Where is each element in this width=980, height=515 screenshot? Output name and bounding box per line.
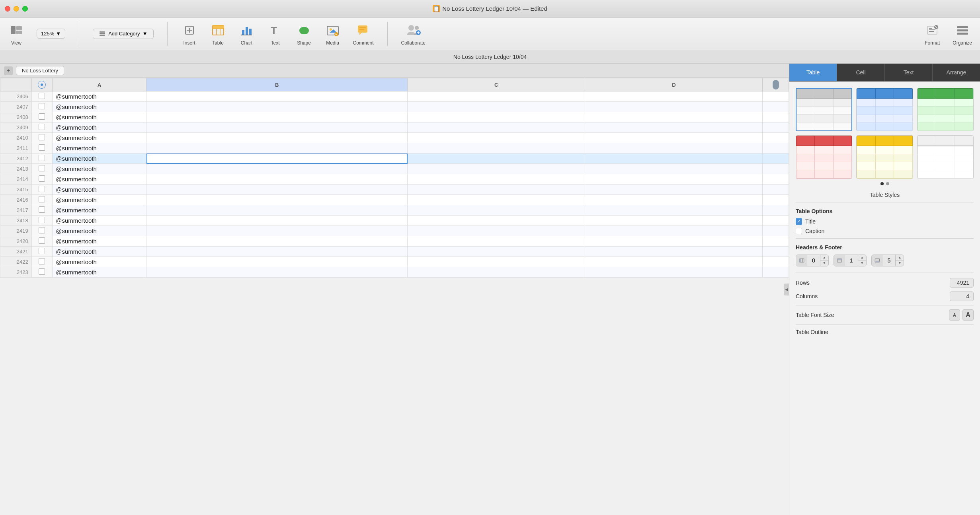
row-checkbox[interactable] [39,196,45,202]
cell-b[interactable] [146,133,408,143]
cell-d[interactable] [585,185,763,195]
cell-d[interactable] [585,226,763,236]
cell-b[interactable] [146,164,408,174]
row-checkbox[interactable] [39,103,45,109]
cell-a[interactable]: @summertooth [53,154,146,164]
cell-c[interactable] [408,267,585,278]
cell-b[interactable] [146,226,408,236]
cell-c[interactable] [408,226,585,236]
cell-c[interactable] [408,133,585,143]
collaborate-button[interactable]: Collaborate [401,22,426,46]
cell-b[interactable] [146,205,408,216]
cell-c[interactable] [408,91,585,102]
cell-b[interactable] [146,112,408,122]
text-toolbar-button[interactable]: T Text [267,22,284,46]
row-checkbox[interactable] [39,268,45,275]
cell-d[interactable] [585,195,763,205]
cell-a[interactable]: @summertooth [53,247,146,257]
view-button[interactable]: View [8,22,25,46]
cell-c[interactable] [408,112,585,122]
cell-a[interactable]: @summertooth [53,205,146,216]
row-checkbox[interactable] [39,186,45,192]
cell-d[interactable] [585,205,763,216]
close-button[interactable] [5,6,10,12]
organize-button[interactable]: Organize [953,22,972,46]
header-cols-down[interactable]: ▼ [820,260,828,266]
media-toolbar-button[interactable]: Media [324,22,341,46]
row-checkbox[interactable] [39,227,45,233]
header-rows-up[interactable]: ▲ [858,255,866,260]
header-cols-up[interactable]: ▲ [820,255,828,260]
row-checkbox[interactable] [39,113,45,120]
cell-a[interactable]: @summertooth [53,267,146,278]
row-checkbox[interactable] [39,165,45,171]
cell-c[interactable] [408,205,585,216]
footer-rows-up[interactable]: ▲ [896,255,904,260]
row-checkbox[interactable] [39,124,45,130]
table-style-3[interactable] [917,88,974,131]
cell-d[interactable] [585,174,763,185]
header-cols-stepper[interactable]: 0 ▲ ▼ [796,255,829,266]
style-dot-1[interactable] [880,182,884,185]
cell-b[interactable] [146,122,408,133]
row-checkbox[interactable] [39,217,45,223]
cell-a[interactable]: @summertooth [53,236,146,247]
cell-c[interactable] [408,236,585,247]
header-rows-stepper[interactable]: 1 ▲ ▼ [834,255,867,266]
table-toolbar-button[interactable]: Table [210,22,226,46]
cell-c[interactable] [408,216,585,226]
row-checkbox[interactable] [39,155,45,161]
tab-arrange[interactable]: Arrange [933,64,980,81]
cell-d[interactable] [585,143,763,154]
row-checkbox[interactable] [39,248,45,254]
table-style-5[interactable] [856,135,913,179]
cell-d[interactable] [585,164,763,174]
cell-c[interactable] [408,257,585,267]
cell-c[interactable] [408,185,585,195]
zoom-control[interactable]: 125% ▼ [37,29,65,39]
comment-toolbar-button[interactable]: Comment [353,22,374,46]
cell-c[interactable] [408,154,585,164]
row-checkbox[interactable] [39,175,45,182]
cell-a[interactable]: @summertooth [53,122,146,133]
cell-d[interactable] [585,154,763,164]
cell-b[interactable] [146,185,408,195]
shape-toolbar-button[interactable]: Shape [296,22,312,46]
cell-d[interactable] [585,267,763,278]
cell-b[interactable] [146,257,408,267]
tab-cell[interactable]: Cell [837,64,885,81]
header-cols-arrows[interactable]: ▲ ▼ [820,255,828,266]
cell-b[interactable] [146,91,408,102]
cell-c[interactable] [408,143,585,154]
cell-d[interactable] [585,236,763,247]
caption-checkbox[interactable] [796,228,802,234]
cell-c[interactable] [408,122,585,133]
cell-d[interactable] [585,133,763,143]
cell-d[interactable] [585,247,763,257]
cell-c[interactable] [408,195,585,205]
table-style-4[interactable] [796,135,852,179]
row-checkbox[interactable] [39,144,45,151]
cell-c[interactable] [408,174,585,185]
cell-b[interactable] [146,154,408,164]
cell-d[interactable] [585,216,763,226]
cell-b[interactable] [146,247,408,257]
cell-b[interactable] [146,102,408,112]
cell-d[interactable] [585,102,763,112]
cell-a[interactable]: @summertooth [53,112,146,122]
header-rows-arrows[interactable]: ▲ ▼ [858,255,866,266]
cell-d[interactable] [585,257,763,267]
cell-b[interactable] [146,216,408,226]
cell-a[interactable]: @summertooth [53,195,146,205]
cell-b[interactable] [146,195,408,205]
table-style-6[interactable] [917,135,974,179]
font-size-small-btn[interactable]: A [949,309,960,321]
maximize-button[interactable] [22,6,28,12]
cell-a[interactable]: @summertooth [53,143,146,154]
insert-button[interactable]: Insert [181,22,198,46]
cell-c[interactable] [408,164,585,174]
add-sheet-button[interactable]: + [4,66,13,75]
header-rows-down[interactable]: ▼ [858,260,866,266]
sheet-tab[interactable]: No Loss Lottery [16,66,64,75]
cell-a[interactable]: @summertooth [53,91,146,102]
